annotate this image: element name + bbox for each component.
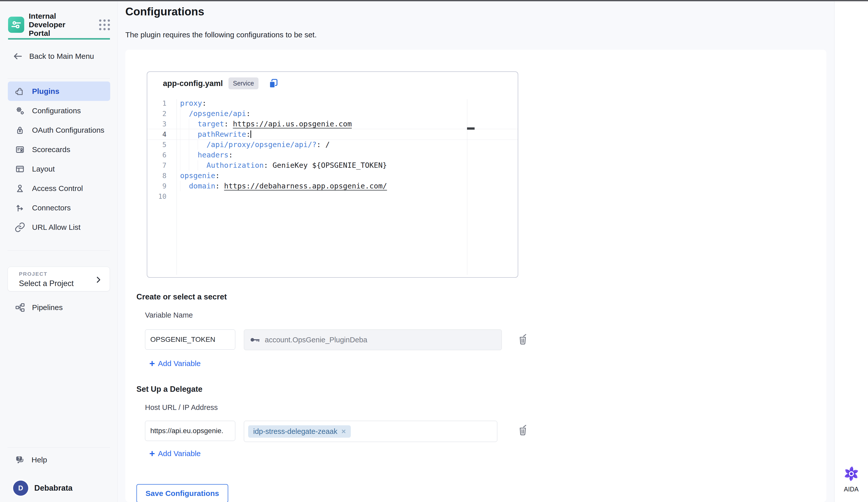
key-icon: [250, 336, 261, 343]
line-number: 1: [147, 98, 176, 109]
aida-widget[interactable]: AIDA: [835, 464, 868, 493]
line-number: 10: [147, 191, 176, 202]
service-badge: Service: [228, 78, 258, 89]
brand-title: Internal Developer Portal: [29, 12, 87, 38]
aida-flower-icon: [842, 464, 861, 483]
code-lines: 1proxy:2/opsgenie/api:3target: https://a…: [147, 98, 518, 202]
line-number: 9: [147, 181, 176, 191]
configurations-panel: app-config.yaml Service 1proxy:2/opsgeni…: [125, 50, 826, 502]
page-title: Configurations: [125, 5, 204, 18]
sidebar-item-pipelines[interactable]: Pipelines: [14, 302, 63, 313]
window-top-bar: [0, 0, 868, 1]
help-chat-icon: ?: [14, 454, 25, 465]
variable-name-label: Variable Name: [145, 311, 193, 319]
code-line[interactable]: 10: [147, 191, 518, 202]
line-number: 7: [147, 160, 176, 171]
user-name: Debabrata: [34, 484, 73, 493]
person-icon: [14, 183, 25, 194]
variable-name-input[interactable]: [145, 329, 235, 350]
delegate-tag-chip: idp-stress-delegate-zeaak ×: [248, 425, 351, 438]
arrow-left-icon: [12, 51, 23, 62]
back-to-main-menu[interactable]: Back to Main Menu: [12, 51, 94, 62]
code-line[interactable]: 6headers:: [147, 150, 518, 160]
code-line[interactable]: 1proxy:: [147, 98, 518, 109]
sidebar-item-scorecards[interactable]: Scorecards: [8, 140, 110, 159]
brand-divider: [8, 38, 110, 40]
sidebar-item-plugins[interactable]: Plugins: [8, 81, 110, 101]
secret-reference-field[interactable]: account.OpsGenie_PluginDeba: [244, 329, 502, 350]
sidebar-item-oauth-configurations[interactable]: OAuth Configurations: [8, 120, 110, 140]
project-selector[interactable]: PROJECT Select a Project: [8, 267, 110, 291]
svg-text:?: ?: [18, 456, 20, 461]
link-icon: [14, 222, 25, 233]
user-menu[interactable]: D Debabrata: [13, 481, 73, 496]
sidebar-item-access-control[interactable]: Access Control: [8, 178, 110, 198]
connectors-icon: [14, 202, 25, 213]
text-cursor: [250, 131, 251, 138]
delete-variable-button[interactable]: [517, 334, 529, 346]
idp-logo-icon: [8, 17, 24, 33]
sidebar-item-label: Configurations: [32, 106, 81, 115]
sidebar-item-label: Access Control: [32, 184, 83, 193]
sidebar-item-connectors[interactable]: Connectors: [8, 198, 110, 217]
main-content: Configurations The plugin requires the f…: [118, 1, 834, 502]
layout-icon: [14, 163, 25, 175]
code-line[interactable]: 8opsgenie:: [147, 171, 518, 181]
line-number: 6: [147, 150, 176, 160]
code-line[interactable]: 2/opsgenie/api:: [147, 109, 518, 119]
editor-filename: app-config.yaml: [163, 79, 223, 88]
pipelines-icon: [14, 302, 25, 313]
help-button[interactable]: ? Help: [14, 454, 47, 465]
plus-icon: +: [149, 449, 155, 458]
secret-reference-value: account.OpsGenie_PluginDeba: [265, 336, 367, 344]
editor-header: app-config.yaml Service: [163, 78, 279, 89]
puzzle-icon: [14, 86, 25, 97]
editor-scroll-track: [467, 99, 467, 275]
back-label: Back to Main Menu: [29, 52, 94, 61]
avatar: D: [13, 481, 28, 496]
yaml-editor[interactable]: app-config.yaml Service 1proxy:2/opsgeni…: [147, 71, 518, 278]
sidebar-item-label: Connectors: [32, 204, 71, 212]
gears-icon: [14, 105, 25, 116]
scorecard-icon: [14, 144, 25, 155]
app-grid-icon[interactable]: [99, 19, 110, 30]
line-number: 5: [147, 140, 176, 150]
line-number: 2: [147, 109, 176, 119]
code-line[interactable]: 5/api/proxy/opsgenie/api/?: /: [147, 140, 518, 150]
project-value: Select a Project: [19, 279, 105, 288]
sidebar-item-layout[interactable]: Layout: [8, 159, 110, 178]
line-number: 4: [147, 129, 176, 140]
sidebar-item-label: Scorecards: [32, 145, 70, 154]
remove-tag-icon[interactable]: ×: [341, 428, 346, 435]
lock-icon: [14, 125, 25, 136]
sidebar-item-label: URL Allow List: [32, 223, 81, 232]
code-line[interactable]: 7Authorization: GenieKey ${OPSGENIE_TOKE…: [147, 160, 518, 171]
code-area[interactable]: 1proxy:2/opsgenie/api:3target: https://a…: [147, 98, 518, 277]
sidebar-item-configurations[interactable]: Configurations: [8, 101, 110, 120]
host-url-label: Host URL / IP Address: [145, 403, 218, 412]
secret-section-heading: Create or select a secret: [136, 293, 227, 301]
delegate-tags-field[interactable]: idp-stress-delegate-zeaak ×: [244, 421, 497, 442]
add-variable-button-secret[interactable]: + Add Variable: [149, 359, 201, 368]
add-variable-button-delegate[interactable]: + Add Variable: [149, 449, 201, 458]
delegate-section-heading: Set Up a Delegate: [136, 385, 203, 394]
line-number: 3: [147, 119, 176, 129]
delegate-tag-label: idp-stress-delegate-zeaak: [253, 427, 338, 436]
code-line[interactable]: 3target: https://api.us.opsgenie.com: [147, 119, 518, 129]
sidebar-item-url-allow-list[interactable]: URL Allow List: [8, 217, 110, 237]
sidebar-item-label: Layout: [32, 165, 55, 173]
code-line[interactable]: 4pathRewrite:: [147, 129, 518, 140]
brand: Internal Developer Portal: [8, 12, 110, 38]
divider: [8, 447, 110, 448]
plus-icon: +: [149, 359, 155, 368]
copy-icon[interactable]: [268, 78, 279, 89]
save-configurations-button[interactable]: Save Configurations: [136, 484, 228, 502]
right-rail: AIDA: [834, 1, 868, 502]
sidebar-item-label: Plugins: [32, 87, 59, 95]
delete-delegate-button[interactable]: [517, 424, 529, 437]
line-number: 8: [147, 171, 176, 181]
host-url-input[interactable]: [145, 421, 235, 441]
sidebar: Internal Developer Portal Back to Main M…: [0, 1, 117, 502]
page-subtitle: The plugin requires the following config…: [125, 31, 317, 39]
code-line[interactable]: 9domain: https://debaharness.app.opsgeni…: [147, 181, 518, 191]
